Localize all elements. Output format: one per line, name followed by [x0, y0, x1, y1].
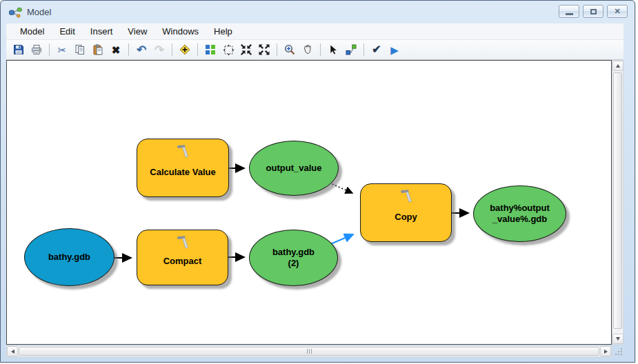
menu-help[interactable]: Help	[207, 24, 239, 39]
delete-icon: ✖	[112, 45, 121, 55]
paste-button[interactable]	[90, 41, 106, 58]
full-extent-icon	[223, 44, 235, 56]
node-copy[interactable]: Copy	[360, 183, 452, 242]
node-label: Copy	[389, 212, 423, 223]
cut-button[interactable]: ✂	[54, 41, 70, 58]
left-arrow-icon	[11, 350, 14, 354]
minimize-icon	[566, 13, 573, 15]
thumb-grip-icon	[309, 349, 310, 354]
window-title: Model	[27, 7, 51, 17]
menu-edit[interactable]: Edit	[52, 24, 81, 39]
thumb-grip-icon	[307, 349, 308, 354]
thumb-grip-icon	[311, 349, 312, 354]
toolbar-separator	[277, 43, 277, 56]
up-arrow-icon	[616, 64, 620, 68]
run-icon: ▶	[390, 45, 399, 55]
node-calculate-value[interactable]: Calculate Value	[137, 139, 229, 197]
hammer-icon	[176, 234, 190, 250]
restore-icon	[590, 9, 597, 14]
node-label: bathy%output_value%.gdb	[484, 203, 556, 225]
fixed-zoom-out-icon	[259, 44, 270, 55]
pan-button[interactable]	[299, 41, 316, 58]
node-label: bathy.gdb	[43, 252, 96, 263]
scroll-up-button[interactable]	[612, 61, 624, 71]
toolbar-separator	[363, 43, 364, 56]
save-icon	[13, 44, 24, 55]
node-bathy-gdb[interactable]: bathy.gdb	[24, 228, 114, 286]
menu-model[interactable]: Model	[13, 24, 51, 39]
horizontal-scrollbar-thumb[interactable]	[19, 347, 599, 356]
node-output-gdb[interactable]: bathy%output_value%.gdb	[473, 185, 566, 242]
minimize-button[interactable]	[559, 5, 579, 18]
node-label: Compact	[158, 256, 208, 267]
add-connection-icon	[346, 44, 357, 55]
full-extent-button[interactable]	[220, 41, 237, 58]
menu-windows[interactable]: Windows	[155, 24, 206, 39]
validate-entire-model-button[interactable]: ✔	[368, 41, 385, 58]
zoom-icon	[284, 44, 295, 55]
model-canvas[interactable]: Calculate Value output_value Copy bathy%…	[6, 60, 612, 345]
save-button[interactable]	[10, 41, 27, 58]
toolbar-separator	[49, 43, 50, 56]
window-frame	[624, 23, 631, 356]
node-bathy-gdb-2[interactable]: bathy.gdb (2)	[249, 230, 338, 286]
validate-icon: ✔	[372, 44, 381, 55]
auto-layout-button[interactable]	[202, 41, 219, 58]
toolbar-separator	[128, 43, 129, 56]
toolbar-separator	[172, 43, 172, 56]
undo-button[interactable]: ↶	[133, 41, 150, 58]
close-button[interactable]: ✕	[607, 5, 628, 18]
delete-button[interactable]: ✖	[108, 41, 124, 58]
menu-insert[interactable]: Insert	[83, 24, 120, 39]
restore-button[interactable]	[583, 5, 604, 18]
select-button[interactable]	[325, 41, 341, 58]
fixed-zoom-out-button[interactable]	[256, 41, 272, 58]
toolbar-separator	[197, 43, 198, 56]
zoom-button[interactable]	[281, 41, 298, 58]
connector-precondition-output-value-to-copy[interactable]	[329, 183, 352, 193]
run-button[interactable]: ▶	[386, 41, 403, 58]
menu-view[interactable]: View	[121, 24, 154, 39]
select-icon	[328, 44, 339, 55]
redo-button[interactable]: ↷	[151, 41, 168, 58]
scroll-right-button[interactable]	[600, 346, 611, 356]
cut-icon: ✂	[58, 45, 67, 55]
down-arrow-icon	[616, 337, 620, 341]
vertical-scrollbar[interactable]	[612, 60, 624, 345]
fixed-zoom-in-button[interactable]	[238, 41, 255, 58]
scroll-down-button[interactable]	[612, 334, 624, 344]
auto-layout-icon	[205, 44, 216, 55]
node-label: bathy.gdb (2)	[266, 247, 321, 270]
right-arrow-icon	[604, 350, 608, 354]
node-label: Calculate Value	[144, 167, 221, 178]
node-compact[interactable]: Compact	[137, 230, 228, 285]
add-connection-button[interactable]	[343, 41, 359, 58]
title-bar[interactable]: Model ✕	[1, 1, 635, 23]
modelbuilder-icon	[9, 7, 23, 18]
model-window: Model ✕ Model Edit Insert View Windows H…	[0, 0, 635, 363]
copy-icon	[74, 44, 86, 55]
hammer-icon	[176, 143, 190, 159]
connector-bathy-gdb-2-to-copy[interactable]	[329, 234, 353, 245]
add-data-button[interactable]	[177, 41, 193, 58]
toolbar-separator	[320, 43, 321, 56]
window-resize-grip[interactable]	[613, 347, 624, 356]
paste-icon	[92, 44, 103, 55]
undo-icon: ↶	[137, 44, 146, 56]
print-icon	[31, 44, 42, 55]
pan-icon	[302, 44, 313, 55]
menu-bar: Model Edit Insert View Windows Help	[6, 23, 624, 40]
horizontal-scrollbar[interactable]	[6, 345, 612, 357]
print-button[interactable]	[28, 41, 45, 58]
hammer-icon	[399, 188, 413, 203]
fixed-zoom-in-icon	[241, 44, 252, 55]
redo-icon: ↷	[154, 44, 164, 56]
scroll-left-button[interactable]	[7, 346, 18, 356]
add-data-icon	[179, 43, 191, 56]
node-label: output_value	[261, 163, 328, 174]
toolbar: ✂ ✖ ↶ ↷	[6, 40, 624, 60]
node-output-value[interactable]: output_value	[249, 141, 339, 196]
vertical-scrollbar-thumb[interactable]	[613, 72, 622, 329]
close-icon: ✕	[614, 8, 620, 15]
copy-button[interactable]	[72, 41, 88, 58]
